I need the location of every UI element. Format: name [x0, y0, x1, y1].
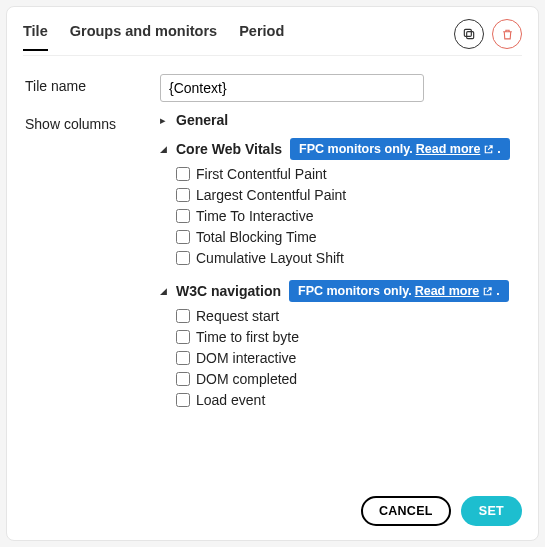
chevron-down-icon: ◢: [160, 286, 168, 296]
label-dom-interactive: DOM interactive: [196, 350, 296, 366]
label-fcp: First Contentful Paint: [196, 166, 327, 182]
cwv-read-more-link[interactable]: Read more: [416, 142, 481, 156]
row-tile-name: Tile name: [25, 74, 520, 102]
check-row-cls: Cumulative Layout Shift: [176, 250, 520, 266]
label-tti: Time To Interactive: [196, 208, 314, 224]
w3c-read-more-link[interactable]: Read more: [415, 284, 480, 298]
label-tile-name: Tile name: [25, 74, 160, 102]
section-cwv-title: Core Web Vitals: [176, 141, 282, 157]
check-tti[interactable]: [176, 209, 190, 223]
copy-icon: [462, 27, 476, 41]
label-show-columns: Show columns: [25, 112, 160, 422]
label-lcp: Largest Contentful Paint: [196, 187, 346, 203]
cwv-checklist: First Contentful Paint Largest Contentfu…: [176, 166, 520, 266]
form-area: Tile name Show columns ▸ General ◢ Core …: [7, 70, 538, 484]
tab-bar: Tile Groups and monitors Period: [23, 23, 454, 51]
section-w3c-header[interactable]: ◢ W3C navigation FPC monitors only. Read…: [160, 280, 520, 302]
cwv-badge: FPC monitors only. Read more .: [290, 138, 510, 160]
label-tbt: Total Blocking Time: [196, 229, 317, 245]
label-dom-completed: DOM completed: [196, 371, 297, 387]
badge-dot: .: [496, 284, 499, 298]
check-load-event[interactable]: [176, 393, 190, 407]
tile-name-input[interactable]: [160, 74, 424, 102]
check-row-tbt: Total Blocking Time: [176, 229, 520, 245]
chevron-down-icon: ◢: [160, 144, 168, 154]
label-cls: Cumulative Layout Shift: [196, 250, 344, 266]
header-row: Tile Groups and monitors Period: [7, 7, 538, 55]
tab-tile[interactable]: Tile: [23, 23, 48, 51]
svg-rect-0: [467, 32, 474, 39]
check-row-ttfb: Time to first byte: [176, 329, 520, 345]
check-row-dom-completed: DOM completed: [176, 371, 520, 387]
section-general-title: General: [176, 112, 228, 128]
settings-panel: Tile Groups and monitors Period Tile nam…: [6, 6, 539, 541]
check-row-lcp: Largest Contentful Paint: [176, 187, 520, 203]
tab-period[interactable]: Period: [239, 23, 284, 51]
tab-groups[interactable]: Groups and monitors: [70, 23, 217, 51]
label-ttfb: Time to first byte: [196, 329, 299, 345]
section-w3c-title: W3C navigation: [176, 283, 281, 299]
badge-dot: .: [497, 142, 500, 156]
check-request-start[interactable]: [176, 309, 190, 323]
check-row-fcp: First Contentful Paint: [176, 166, 520, 182]
row-show-columns: Show columns ▸ General ◢ Core Web Vitals…: [25, 112, 520, 422]
set-button[interactable]: SET: [461, 496, 522, 526]
check-row-tti: Time To Interactive: [176, 208, 520, 224]
header-actions: [454, 19, 522, 55]
section-cwv-header[interactable]: ◢ Core Web Vitals FPC monitors only. Rea…: [160, 138, 520, 160]
check-row-load-event: Load event: [176, 392, 520, 408]
check-fcp[interactable]: [176, 167, 190, 181]
check-lcp[interactable]: [176, 188, 190, 202]
w3c-checklist: Request start Time to first byte DOM int…: [176, 308, 520, 408]
footer: CANCEL SET: [7, 484, 538, 540]
section-general-header[interactable]: ▸ General: [160, 112, 520, 128]
trash-icon: [501, 28, 514, 41]
cwv-badge-text: FPC monitors only.: [299, 142, 413, 156]
header-divider: [23, 55, 522, 56]
check-row-request-start: Request start: [176, 308, 520, 324]
w3c-badge: FPC monitors only. Read more .: [289, 280, 509, 302]
check-row-dom-interactive: DOM interactive: [176, 350, 520, 366]
w3c-badge-text: FPC monitors only.: [298, 284, 412, 298]
svg-rect-1: [464, 29, 471, 36]
duplicate-button[interactable]: [454, 19, 484, 49]
external-link-icon: [482, 286, 493, 297]
check-dom-completed[interactable]: [176, 372, 190, 386]
external-link-icon: [483, 144, 494, 155]
cancel-button[interactable]: CANCEL: [361, 496, 451, 526]
check-tbt[interactable]: [176, 230, 190, 244]
check-cls[interactable]: [176, 251, 190, 265]
label-load-event: Load event: [196, 392, 265, 408]
check-dom-interactive[interactable]: [176, 351, 190, 365]
label-request-start: Request start: [196, 308, 279, 324]
delete-button[interactable]: [492, 19, 522, 49]
check-ttfb[interactable]: [176, 330, 190, 344]
chevron-right-icon: ▸: [160, 114, 168, 127]
